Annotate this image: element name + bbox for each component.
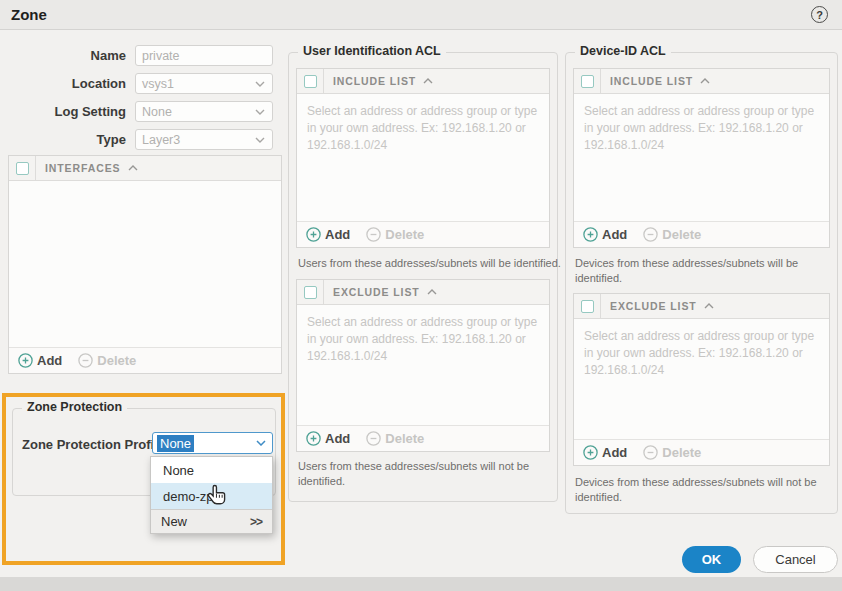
chevron-down-icon [255,109,265,115]
device-exclude-delete-button[interactable]: Delete [643,445,701,460]
user-include-add-button[interactable]: Add [306,227,350,242]
device-include-column-header[interactable]: INCLUDE LIST [601,69,710,93]
interfaces-table: INTERFACES Add Delete [8,155,282,374]
log-setting-label: Log Setting [8,104,135,119]
form-row-type: Type Layer3 [8,129,273,150]
device-exclude-list-body[interactable]: Select an address or address group or ty… [574,319,829,439]
device-exclude-add-button[interactable]: Add [583,445,627,460]
log-setting-select[interactable]: None [135,101,273,122]
device-include-delete-button[interactable]: Delete [643,227,701,242]
dropdown-option-none[interactable]: None [151,457,272,483]
checkbox-icon [16,162,29,175]
device-include-placeholder: Select an address or address group or ty… [584,103,819,154]
form-row-name: Name private [8,45,273,66]
form-row-log-setting: Log Setting None [8,101,273,122]
user-include-header-row: INCLUDE LIST [297,69,549,94]
chevron-down-icon [255,137,265,143]
plus-circle-icon [306,431,321,446]
plus-circle-icon [583,227,598,242]
checkbox-icon [304,75,317,88]
type-label: Type [8,132,135,147]
checkbox-icon [581,300,594,313]
user-exclude-footer: Add Delete [297,425,549,451]
location-select[interactable]: vsys1 [135,73,273,94]
user-include-checkbox[interactable] [297,69,324,93]
user-exclude-add-button[interactable]: Add [306,431,350,446]
log-setting-value: None [142,105,172,119]
dialog-title: Zone [11,6,47,23]
interfaces-add-button[interactable]: Add [18,353,62,368]
minus-circle-icon [643,445,658,460]
type-select[interactable]: Layer3 [135,129,273,150]
interfaces-select-all-checkbox[interactable] [9,156,36,180]
user-include-delete-button[interactable]: Delete [366,227,424,242]
selected-profile-value: None [157,435,194,452]
chevron-up-icon [423,78,433,84]
minus-circle-icon [366,431,381,446]
chevron-up-icon [700,78,710,84]
user-include-placeholder: Select an address or address group or ty… [307,103,539,154]
device-include-header-row: INCLUDE LIST [574,69,829,94]
minus-circle-icon [78,353,93,368]
user-include-column-header[interactable]: INCLUDE LIST [324,69,433,93]
interfaces-column-header[interactable]: INTERFACES [36,156,138,180]
device-exclude-footer: Add Delete [574,439,829,465]
minus-circle-icon [366,227,381,242]
zone-protection-profile-label: Zone Protection Profile [22,437,165,452]
user-exclude-caption: Users from these addresses/subnets will … [298,459,548,490]
chevron-up-icon [704,303,714,309]
zone-form: Name private Location vsys1 Log Setting … [8,45,273,157]
interfaces-delete-button[interactable]: Delete [78,353,136,368]
device-exclude-checkbox[interactable] [574,294,601,318]
zone-dialog: Zone ? Name private Location vsys1 Log S… [0,0,842,591]
plus-circle-icon [18,353,33,368]
name-label: Name [8,48,135,63]
interfaces-table-header: INTERFACES [9,156,281,181]
device-exclude-caption: Devices from these addresses/subnets wil… [575,475,827,506]
bottom-edge-strip [0,577,842,591]
user-exclude-checkbox[interactable] [297,280,324,304]
help-icon[interactable]: ? [811,6,828,23]
minus-circle-icon [643,227,658,242]
form-row-location: Location vsys1 [8,73,273,94]
location-label: Location [8,76,135,91]
device-exclude-placeholder: Select an address or address group or ty… [584,328,819,379]
location-value: vsys1 [142,77,174,91]
device-include-list-body[interactable]: Select an address or address group or ty… [574,94,829,221]
interfaces-list-body[interactable] [9,181,281,347]
device-include-checkbox[interactable] [574,69,601,93]
user-include-list-body[interactable]: Select an address or address group or ty… [297,94,549,221]
checkbox-icon [581,75,594,88]
name-input[interactable]: private [135,45,273,66]
interfaces-table-footer: Add Delete [9,347,281,373]
zone-protection-profile-dropdown: None demo-zpp New >> [150,456,273,534]
user-acl-legend: User Identification ACL [298,44,446,58]
plus-circle-icon [583,445,598,460]
name-value: private [142,49,180,63]
chevron-down-icon [255,81,265,87]
device-acl-legend: Device-ID ACL [575,44,671,58]
user-exclude-delete-button[interactable]: Delete [366,431,424,446]
zone-protection-profile-select[interactable]: None [152,432,273,454]
user-exclude-list-body[interactable]: Select an address or address group or ty… [297,305,549,425]
user-exclude-header-row: EXCLUDE LIST [297,280,549,305]
user-exclude-table: EXCLUDE LIST Select an address or addres… [296,279,550,452]
user-include-caption: Users from these addresses/subnets will … [298,256,570,271]
device-include-footer: Add Delete [574,221,829,247]
cancel-button[interactable]: Cancel [753,546,838,573]
double-chevron-right-icon: >> [250,515,262,529]
device-include-add-button[interactable]: Add [583,227,627,242]
device-include-table: INCLUDE LIST Select an address or addres… [573,68,830,248]
chevron-down-icon [256,440,266,446]
user-exclude-column-header[interactable]: EXCLUDE LIST [324,280,437,304]
dialog-titlebar: Zone ? [0,0,842,30]
chevron-up-icon [427,289,437,295]
dropdown-new-option[interactable]: New >> [151,509,272,533]
plus-circle-icon [306,227,321,242]
dropdown-option-demo-zpp[interactable]: demo-zpp [151,483,272,509]
checkbox-icon [304,286,317,299]
zone-protection-legend: Zone Protection [22,400,127,414]
ok-button[interactable]: OK [682,546,741,573]
device-exclude-column-header[interactable]: EXCLUDE LIST [601,294,714,318]
type-value: Layer3 [142,133,180,147]
